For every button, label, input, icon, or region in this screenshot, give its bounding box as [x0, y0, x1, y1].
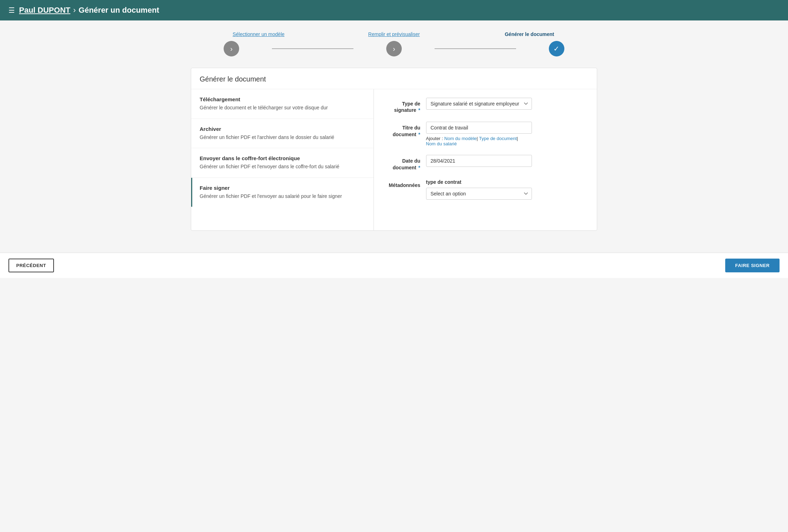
page-title: Générer un document [79, 6, 159, 15]
option-telechargement[interactable]: Téléchargement Générer le document et le… [191, 89, 374, 119]
add-doc-type-link[interactable]: Type de document [479, 136, 517, 141]
signature-required-star: * [418, 107, 420, 113]
document-title-required-star: * [418, 132, 420, 137]
option-faire-signer-desc: Générer un fichier PDF et l'envoyer au s… [200, 193, 365, 200]
option-coffre-fort-title: Envoyer dans le coffre-fort électronique [200, 155, 365, 161]
footer: PRÉCÉDENT FAIRE SIGNER [0, 253, 788, 278]
option-archiver[interactable]: Archiver Générer un fichier PDF et l'arc… [191, 119, 374, 149]
step-3-container: ✓ [516, 41, 597, 56]
sign-button[interactable]: FAIRE SIGNER [725, 259, 780, 272]
step-1-container: › [191, 41, 272, 56]
document-title-row: Titre du document * Ajouter : Nom du mod… [385, 122, 586, 146]
breadcrumb-separator: › [73, 6, 75, 15]
option-archiver-title: Archiver [200, 126, 365, 132]
stepper: Sélectionner un modèle Remplir et prévis… [191, 31, 597, 56]
option-coffre-fort-desc: Générer un fichier PDF et l'envoyer dans… [200, 163, 365, 170]
form-panel: Type de signature * Signature salarié et… [374, 89, 597, 230]
step-label-2[interactable]: Remplir et prévisualiser [368, 31, 420, 37]
option-coffre-fort[interactable]: Envoyer dans le coffre-fort électronique… [191, 148, 374, 178]
card-title: Générer le document [191, 68, 597, 89]
option-faire-signer[interactable]: Faire signer Générer un fichier PDF et l… [191, 178, 374, 207]
header: ☰ Paul DUPONT › Générer un document [0, 0, 788, 20]
option-archiver-desc: Générer un fichier PDF et l'archiver dan… [200, 134, 365, 141]
document-title-hint: Ajouter : Nom du modèle| Type de documen… [426, 136, 532, 146]
step-label-1[interactable]: Sélectionner un modèle [232, 31, 284, 37]
step-circle-2[interactable]: › [386, 41, 402, 56]
user-link[interactable]: Paul DUPONT [19, 6, 70, 15]
document-date-control [426, 155, 532, 167]
step-2-container: › [353, 41, 435, 56]
signature-type-control: Signature salarié et signature employeur… [426, 98, 532, 110]
document-title-control: Ajouter : Nom du modèle| Type de documen… [426, 122, 532, 146]
step-circle-3[interactable]: ✓ [549, 41, 564, 56]
document-date-row: Date du document * [385, 155, 586, 170]
metadata-type-label: type de contrat [426, 179, 532, 185]
option-telechargement-desc: Générer le document et le télécharger su… [200, 104, 365, 111]
menu-icon[interactable]: ☰ [8, 6, 15, 14]
add-model-name-link[interactable]: Nom du modèle [444, 136, 477, 141]
add-employee-name-link[interactable]: Nom du salarié [426, 141, 457, 146]
add-hint-label: Ajouter : [426, 136, 443, 141]
breadcrumb: Paul DUPONT › Générer un document [19, 6, 159, 15]
document-title-label: Titre du document * [385, 122, 420, 137]
metadata-row: Métadonnées type de contrat Select an op… [385, 179, 586, 200]
metadata-select[interactable]: Select an option [426, 188, 532, 200]
option-telechargement-title: Téléchargement [200, 96, 365, 102]
document-title-input[interactable] [426, 122, 532, 134]
main-content: Sélectionner un modèle Remplir et prévis… [182, 20, 606, 250]
options-panel: Téléchargement Générer le document et le… [191, 89, 374, 230]
signature-type-label: Type de signature * [385, 98, 420, 113]
card-body: Téléchargement Générer le document et le… [191, 89, 597, 230]
stepper-labels: Sélectionner un modèle Remplir et prévis… [191, 31, 597, 37]
stepper-circles: › › ✓ [191, 41, 597, 56]
connector-1 [272, 48, 353, 49]
generate-document-card: Générer le document Téléchargement Génér… [191, 68, 597, 231]
metadata-label: Métadonnées [385, 179, 420, 188]
signature-type-row: Type de signature * Signature salarié et… [385, 98, 586, 113]
metadata-control: type de contrat Select an option [426, 179, 532, 200]
step-circle-1[interactable]: › [224, 41, 239, 56]
document-date-required-star: * [418, 165, 420, 170]
step-label-3[interactable]: Générer le document [505, 31, 554, 37]
document-date-input[interactable] [426, 155, 532, 167]
option-faire-signer-title: Faire signer [200, 185, 365, 191]
signature-type-select[interactable]: Signature salarié et signature employeur… [426, 98, 532, 110]
previous-button[interactable]: PRÉCÉDENT [8, 259, 54, 272]
connector-2 [435, 48, 516, 49]
document-date-label: Date du document * [385, 155, 420, 170]
